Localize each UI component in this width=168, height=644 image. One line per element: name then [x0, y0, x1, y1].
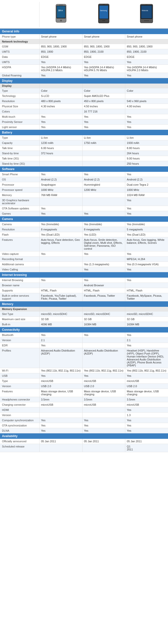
data-cell-1: Super AMOLED Plus	[82, 94, 126, 98]
data-cell-2: 2.1	[125, 338, 168, 343]
data-cell-2: Yes	[125, 332, 168, 338]
table-row: Global RoamingYesYesYes	[0, 73, 168, 78]
row-label: Stand-by time (3G)	[0, 161, 40, 166]
data-cell-1: Yes (LED)	[82, 232, 126, 237]
data-cell-0: HTML, Flash	[40, 288, 82, 293]
data-cell-2: Yes	[125, 172, 168, 177]
data-cell-2: 1024 MB RAM	[125, 192, 168, 198]
table-row: USBYesYesYes	[0, 373, 168, 378]
data-cell-2: Yes	[125, 252, 168, 256]
data-cell-0: 8 megapixels	[40, 227, 82, 232]
data-cell-0: microSD, microSDHC	[40, 312, 82, 316]
data-cell-1: Yes	[82, 428, 126, 433]
row-label: OTA Software updates	[0, 206, 40, 211]
data-cell-2: Smart phone	[125, 34, 168, 39]
data-cell-0: Yes	[40, 418, 82, 423]
data-cell-1: Yes	[82, 278, 126, 282]
table-row: Resolution480 x 800 pixels450 x 800 pixe…	[0, 99, 168, 104]
table-row: Additional cameraYes (1.3 megapixels)Yes…	[0, 262, 168, 267]
row-label: Type	[0, 135, 40, 140]
svg-text:10: 10	[58, 9, 60, 12]
table-row: GamesYesYesYes	[0, 211, 168, 216]
phone-motorola: Motorola	[125, 2, 168, 27]
svg-rect-11	[102, 20, 106, 22]
data-cell-2: Yes	[125, 114, 168, 119]
table-row: TypemicroUSBmicroUSBmicroUSB	[0, 378, 168, 384]
data-cell-2: Color	[125, 88, 168, 93]
data-cell-0: Yes	[40, 73, 82, 78]
table-row: OTA synchronizationYesYesYes	[0, 423, 168, 428]
data-cell-0: Yes	[40, 114, 82, 119]
data-cell-0: 6.00 hours	[40, 146, 82, 150]
data-cell-2: 4.00 inches	[125, 104, 168, 109]
data-cell-1: 850, 900, 1800, 1900	[82, 44, 126, 49]
svg-rect-17	[144, 20, 150, 21]
subheader-col-2	[125, 39, 168, 44]
data-cell-0: 480 x 800 pixels	[40, 99, 82, 104]
row-label: Built-in online services support	[0, 293, 40, 301]
data-cell-2: Yes (Immobile)	[125, 222, 168, 227]
data-cell-0: Yes	[40, 278, 82, 282]
data-cell-0: microUSB	[40, 378, 82, 384]
data-cell-0	[40, 412, 82, 418]
data-cell-0: 4096 MB	[40, 322, 82, 327]
data-cell-0: 3.5mm	[40, 397, 82, 402]
data-cell-0	[40, 408, 82, 412]
data-cell-2: 850, 1900, 2100	[125, 49, 168, 54]
data-cell-2: 1000 MHz	[125, 188, 168, 192]
data-cell-1: Li-Ion	[82, 135, 126, 140]
data-cell-2: 8.80 hours	[125, 146, 168, 150]
svg-text:08: 08	[61, 10, 63, 12]
row-label: Maximum card size	[0, 317, 40, 322]
data-cell-1: Advanced Audio Distribution (A2DP)	[82, 348, 126, 368]
data-cell-2: Yes	[125, 124, 168, 130]
row-label: Stand-by time	[0, 151, 40, 156]
data-cell-1: Facebook, Picasa, Twitter	[82, 293, 126, 301]
section-header-camera: Camera	[0, 216, 168, 222]
row-label: Talk time (3G)	[0, 156, 40, 161]
data-cell-1: Yes	[82, 373, 126, 378]
data-cell-0: 2.1	[40, 338, 82, 343]
data-cell-1: Yes	[82, 267, 126, 272]
section-header-availability: Availability	[0, 433, 168, 439]
svg-point-5	[60, 20, 62, 22]
data-cell-1: microUSB	[82, 402, 126, 407]
table-row: BluetoothYesYesYes	[0, 332, 168, 338]
section-header-memory: Memory	[0, 301, 168, 307]
table-row: Smart PhoneYesYesYes	[0, 172, 168, 177]
row-label: Processor	[0, 182, 40, 187]
subheader-col-1	[82, 307, 126, 311]
row-label: HDMI	[0, 408, 40, 412]
data-cell-0: 1230 mAh	[40, 140, 82, 145]
svg-rect-6	[59, 4, 63, 5]
row-label: OS	[0, 177, 40, 182]
data-cell-2: Yes (Dual LED)	[125, 232, 168, 237]
data-cell-1	[82, 343, 126, 348]
data-cell-1: HTML, Flash	[82, 288, 126, 293]
data-cell-2: 3.5mm	[125, 397, 168, 402]
data-cell-2: 850, 900, 1800, 1900	[125, 44, 168, 49]
phone-image-samsung: Samsung	[83, 3, 124, 25]
data-cell-0	[40, 198, 82, 206]
data-cell-2: Facebook, MySpace, Picasa, Twitter	[125, 293, 168, 301]
data-cell-0: 850, 900, 1800, 1900	[40, 44, 82, 49]
data-cell-2: Yes	[125, 278, 168, 282]
table-row: Computer synchronizationYesYesYes	[0, 418, 168, 423]
data-cell-2	[125, 109, 168, 114]
data-cell-0: 32 GB	[40, 317, 82, 322]
table-row: ProfilesAdvanced Audio Distribution (A2D…	[0, 348, 168, 368]
row-label: Features	[0, 237, 40, 251]
phone-image-motorola: Motorola	[126, 3, 167, 25]
table-row: Recording formatMPEG4, H.264	[0, 256, 168, 262]
svg-rect-12	[102, 4, 105, 4]
row-label: Technology	[0, 94, 40, 98]
row-label: Additional camera	[0, 262, 40, 267]
data-cell-0	[40, 444, 82, 452]
data-cell-2	[125, 94, 168, 98]
table-row: Maximum card size32 GB32 GB32 GB	[0, 317, 168, 322]
data-cell-2: Yes	[125, 198, 168, 206]
row-label: Memory	[0, 192, 40, 198]
row-label: Internet Browsing	[0, 278, 40, 282]
data-cell-2: Yes	[125, 206, 168, 211]
data-cell-1: 05 Jan 2011	[82, 439, 126, 444]
